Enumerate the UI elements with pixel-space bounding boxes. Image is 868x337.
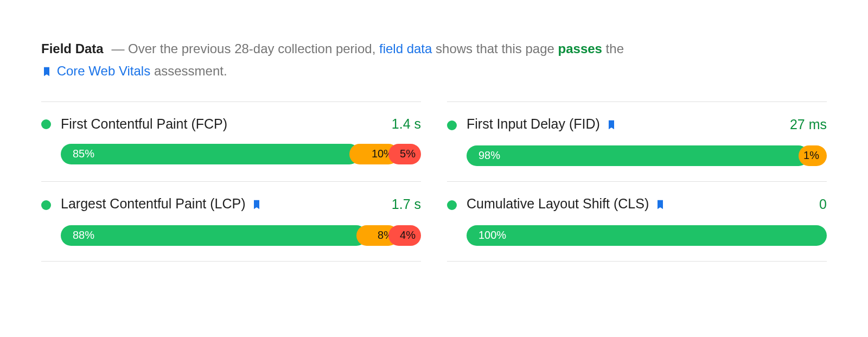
bookmark-icon	[606, 118, 617, 133]
status-dot-icon	[447, 200, 457, 210]
metric-lcp: Largest Contentful Paint (LCP) 1.7 s 88%…	[41, 181, 421, 262]
field-data-summary: Field Data — Over the previous 28-day co…	[41, 38, 827, 84]
distribution-bar: 98% 1%	[467, 145, 827, 166]
summary-pre: Over the previous 28-day collection peri…	[128, 41, 375, 56]
metric-fcp: First Contentful Paint (FCP) 1.4 s 85% 1…	[41, 101, 421, 181]
seg-poor-label: 4%	[400, 229, 416, 241]
metric-value: 0	[819, 196, 827, 212]
seg-good-label: 98%	[478, 149, 500, 162]
seg-ni: 1%	[799, 145, 827, 166]
metric-cls: Cumulative Layout Shift (CLS) 0 100%	[447, 181, 827, 262]
seg-good-label: 85%	[73, 148, 94, 160]
seg-poor: 5%	[388, 144, 421, 164]
metric-title: First Contentful Paint (FCP)	[61, 116, 227, 132]
dash: —	[111, 41, 124, 56]
seg-good: 100%	[467, 225, 827, 246]
seg-good: 98%	[467, 145, 809, 166]
passes-status: passes	[558, 41, 602, 56]
bookmark-icon	[41, 62, 52, 84]
bookmark-icon	[655, 198, 666, 213]
status-dot-icon	[41, 119, 51, 129]
seg-good: 88%	[61, 225, 367, 246]
bookmark-icon	[251, 198, 262, 213]
section-title: Field Data	[41, 41, 104, 56]
core-web-vitals-link[interactable]: Core Web Vitals	[57, 63, 151, 78]
field-data-link[interactable]: field data	[379, 41, 432, 56]
metric-value: 27 ms	[790, 117, 827, 132]
metric-value: 1.7 s	[392, 196, 421, 212]
status-dot-icon	[41, 200, 51, 210]
summary-tail: assessment.	[154, 63, 227, 78]
metric-fid: First Input Delay (FID) 27 ms 98% 1%	[447, 101, 827, 181]
distribution-bar: 88% 8% 4%	[61, 225, 421, 246]
seg-good: 85%	[61, 144, 360, 164]
seg-good-label: 100%	[478, 229, 506, 241]
distribution-bar: 85% 10% 5%	[61, 144, 421, 164]
metric-value: 1.4 s	[392, 116, 421, 132]
seg-poor-label: 5%	[400, 148, 416, 160]
seg-poor: 4%	[388, 225, 421, 246]
metric-title: Largest Contentful Paint (LCP)	[61, 196, 262, 213]
seg-good-label: 88%	[73, 229, 94, 241]
metrics-grid: First Contentful Paint (FCP) 1.4 s 85% 1…	[41, 101, 827, 262]
metric-title: First Input Delay (FID)	[467, 116, 617, 133]
summary-mid: shows that this page	[436, 41, 554, 56]
summary-post: the	[606, 41, 624, 56]
status-dot-icon	[447, 120, 457, 130]
distribution-bar: 100%	[467, 225, 827, 246]
seg-ni-label: 1%	[803, 149, 819, 162]
metric-title: Cumulative Layout Shift (CLS)	[467, 196, 666, 213]
